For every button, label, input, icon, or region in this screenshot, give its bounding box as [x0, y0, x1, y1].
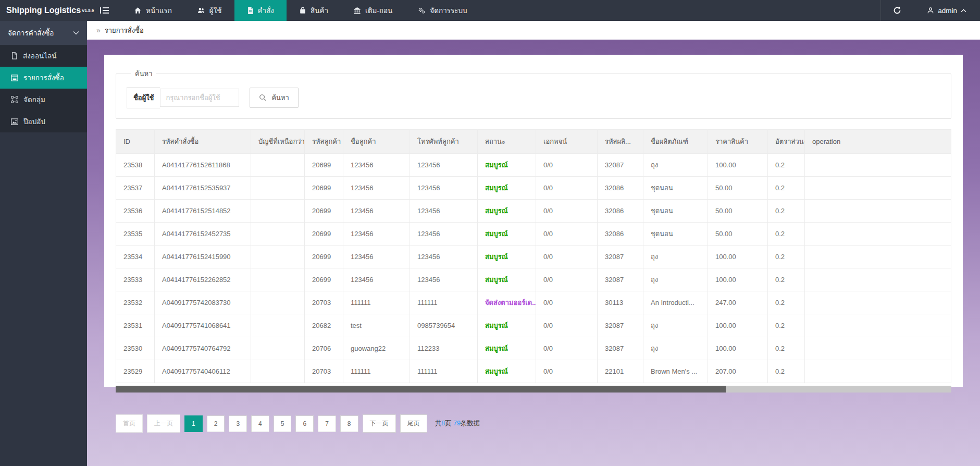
table-header-cell: บัญชีที่เหนือกว่า — [251, 130, 305, 154]
table-cell: guowang22 — [343, 337, 410, 360]
sidebar-submenu: ส่งออนไลน์ รายการสั่งซื้อ จัดกลุ่ม ป๊อปอ… — [0, 45, 87, 132]
table-cell: 0/0 — [536, 360, 598, 383]
app-title: Shipping Logistics — [6, 6, 81, 15]
horizontal-scrollbar-thumb[interactable] — [116, 386, 726, 393]
pagination-page-3[interactable]: 3 — [229, 415, 247, 432]
table-cell: สมบูรณ์ — [478, 223, 536, 246]
sidebar-toggle-button[interactable] — [87, 0, 121, 21]
table-cell: 100.00 — [708, 246, 768, 268]
admin-user-menu[interactable]: admin — [913, 0, 980, 21]
pagination-page-1[interactable]: 1 — [184, 415, 203, 432]
table-cell — [251, 246, 305, 268]
nav-item-products[interactable]: สินค้า — [287, 0, 341, 21]
table-cell: สมบูรณ์ — [478, 154, 536, 177]
table-header-cell: เอกพจน์ — [536, 130, 598, 154]
sidebar-item-label: ป๊อปอัป — [23, 116, 45, 127]
pagination-pages: 12345678 — [184, 415, 358, 432]
pagination-page-5[interactable]: 5 — [274, 415, 292, 432]
table-cell: 32087 — [598, 154, 643, 177]
table-cell: 247.00 — [708, 291, 768, 314]
table-row: 23529A0409177574040611220703111111111111… — [116, 360, 951, 383]
table-cell: 23532 — [116, 291, 155, 314]
pagination-last-button[interactable]: 尾页 — [400, 414, 427, 433]
table-cell: 23531 — [116, 314, 155, 337]
table-cell: 111111 — [410, 291, 478, 314]
hamburger-icon — [100, 7, 109, 14]
username-field-label: ชื่อผู้ใช้ — [127, 87, 160, 108]
pagination-page-4[interactable]: 4 — [251, 415, 269, 432]
table-row: 23530A0409177574076479220706guowang22112… — [116, 337, 951, 360]
sidebar: จัดการคำสั่งซื้อ ส่งออนไลน์ รายการสั่งซื… — [0, 21, 87, 466]
sidebar-item-order-list[interactable]: รายการสั่งซื้อ — [0, 67, 87, 89]
nav-item-home[interactable]: หน้าแรก — [121, 0, 184, 21]
table-cell: 0/0 — [536, 268, 598, 291]
table-cell: ถุง — [643, 154, 708, 177]
table-cell: 20699 — [305, 177, 343, 200]
horizontal-scrollbar-track[interactable] — [116, 386, 951, 393]
table-cell — [251, 291, 305, 314]
nav-item-label: หน้าแรก — [146, 5, 172, 16]
table-header-cell: รหัสผลิ... — [598, 130, 643, 154]
total-pages-count: 8 — [441, 420, 445, 427]
table-cell: สมบูรณ์ — [478, 360, 536, 383]
table-row: 23534A0414177615241599020699123456123456… — [116, 246, 951, 268]
main-nav: หน้าแรก ผู้ใช้ คำสั่ง สินค้า — [121, 0, 480, 21]
table-cell: 123456 — [410, 246, 478, 268]
table-header-cell: รหัสลูกค้า — [305, 130, 343, 154]
table-cell: 0/0 — [536, 177, 598, 200]
sidebar-item-grouping[interactable]: จัดกลุ่ม — [0, 89, 87, 111]
table-row: 23538A0414177615261186820699123456123456… — [116, 154, 951, 177]
table-cell: 23538 — [116, 154, 155, 177]
refresh-button[interactable] — [881, 0, 913, 21]
nav-item-system[interactable]: จัดการระบบ — [405, 0, 479, 21]
sidebar-item-label: จัดกลุ่ม — [23, 94, 45, 105]
table-cell: 23535 — [116, 223, 155, 246]
table-cell: A04091775740764792 — [155, 337, 251, 360]
table-cell: 23530 — [116, 337, 155, 360]
sidebar-item-label: ส่งออนไลน์ — [23, 50, 57, 62]
table-header-cell: สถานะ — [478, 130, 536, 154]
pagination-page-6[interactable]: 6 — [295, 415, 314, 432]
pagination-page-7[interactable]: 7 — [318, 415, 336, 432]
sidebar-item-send-online[interactable]: ส่งออนไลน์ — [0, 45, 87, 67]
sidebar-item-popup[interactable]: ป๊อปอัป — [0, 111, 87, 132]
table-cell: สมบูรณ์ — [478, 177, 536, 200]
table-cell: 0/0 — [536, 223, 598, 246]
table-cell: สมบูรณ์ — [478, 246, 536, 268]
pagination-first-button: 首页 — [116, 414, 143, 433]
table-cell: สมบูรณ์ — [478, 314, 536, 337]
table-header-cell: operation — [805, 130, 951, 154]
search-button[interactable]: ค้นหา — [250, 88, 298, 108]
table-header-cell: ราคาสินค้า — [708, 130, 768, 154]
table-cell — [251, 177, 305, 200]
username-input[interactable] — [160, 89, 239, 107]
table-cell — [805, 200, 951, 223]
pagination-summary: 共8页 79条数据 — [435, 419, 480, 428]
home-icon — [134, 7, 142, 14]
group-icon — [11, 96, 18, 103]
table-cell: 207.00 — [708, 360, 768, 383]
pagination-next-button[interactable]: 下一页 — [363, 414, 396, 433]
table-cell: 111111 — [343, 360, 410, 383]
table-cell: 100.00 — [708, 268, 768, 291]
nav-item-deposit-withdraw[interactable]: เติม-ถอน — [341, 0, 405, 21]
table-cell — [251, 200, 305, 223]
table-cell: 20703 — [305, 291, 343, 314]
sidebar-group-orders[interactable]: จัดการคำสั่งซื้อ — [0, 21, 87, 45]
nav-item-orders[interactable]: คำสั่ง — [234, 0, 287, 21]
orders-table-body: 23538A0414177615261186820699123456123456… — [116, 154, 951, 383]
pagination-page-2[interactable]: 2 — [207, 415, 225, 432]
table-cell — [251, 337, 305, 360]
nav-item-label: จัดการระบบ — [430, 5, 467, 16]
table-cell: 32087 — [598, 314, 643, 337]
image-icon — [11, 118, 18, 125]
table-cell: 0/0 — [536, 314, 598, 337]
nav-item-label: คำสั่ง — [258, 5, 274, 16]
pagination-page-8[interactable]: 8 — [340, 415, 358, 432]
table-cell: 0.2 — [768, 268, 805, 291]
nav-item-users[interactable]: ผู้ใช้ — [184, 0, 234, 21]
table-cell: 0.2 — [768, 177, 805, 200]
table-cell: 32087 — [598, 268, 643, 291]
table-cell: 20699 — [305, 246, 343, 268]
app-window: Shipping LogisticsV1.5.9 หน้าแรก ผู้ใช้ — [0, 0, 980, 466]
